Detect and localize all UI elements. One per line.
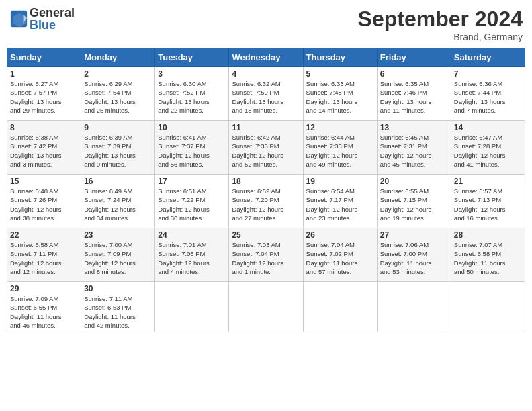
day-number: 14 bbox=[454, 123, 522, 132]
cell-info: Sunrise: 6:58 AM Sunset: 7:11 PM Dayligh… bbox=[10, 240, 78, 276]
calendar-cell: 15Sunrise: 6:48 AM Sunset: 7:26 PM Dayli… bbox=[7, 175, 81, 228]
day-number: 18 bbox=[232, 177, 300, 186]
day-number: 1 bbox=[10, 69, 78, 79]
day-number: 6 bbox=[380, 69, 448, 79]
calendar-cell: 4Sunrise: 6:32 AM Sunset: 7:50 PM Daylig… bbox=[229, 67, 303, 121]
title-block: September 2024 Brand, Germany bbox=[358, 7, 523, 42]
day-number: 19 bbox=[306, 177, 374, 186]
cell-info: Sunrise: 6:42 AM Sunset: 7:35 PM Dayligh… bbox=[232, 133, 300, 169]
calendar-cell: 6Sunrise: 6:35 AM Sunset: 7:46 PM Daylig… bbox=[377, 67, 451, 121]
cell-info: Sunrise: 6:48 AM Sunset: 7:26 PM Dayligh… bbox=[10, 187, 78, 222]
day-header: Saturday bbox=[451, 48, 525, 67]
cell-info: Sunrise: 6:29 AM Sunset: 7:54 PM Dayligh… bbox=[84, 79, 152, 115]
calendar-cell: 13Sunrise: 6:45 AM Sunset: 7:31 PM Dayli… bbox=[377, 121, 451, 175]
calendar-cell: 3Sunrise: 6:30 AM Sunset: 7:52 PM Daylig… bbox=[155, 67, 229, 121]
day-number: 3 bbox=[158, 69, 226, 79]
calendar-cell: 29Sunrise: 7:09 AM Sunset: 6:55 PM Dayli… bbox=[7, 282, 81, 332]
logo-general: General bbox=[30, 7, 75, 19]
day-header: Friday bbox=[377, 48, 451, 67]
cell-info: Sunrise: 6:39 AM Sunset: 7:39 PM Dayligh… bbox=[84, 133, 152, 169]
calendar-cell: 10Sunrise: 6:41 AM Sunset: 7:37 PM Dayli… bbox=[155, 121, 229, 175]
day-number: 17 bbox=[158, 177, 226, 186]
cell-info: Sunrise: 6:45 AM Sunset: 7:31 PM Dayligh… bbox=[380, 133, 448, 169]
cell-info: Sunrise: 7:03 AM Sunset: 7:04 PM Dayligh… bbox=[232, 240, 300, 276]
cell-info: Sunrise: 6:49 AM Sunset: 7:24 PM Dayligh… bbox=[84, 187, 152, 222]
cell-info: Sunrise: 6:51 AM Sunset: 7:22 PM Dayligh… bbox=[158, 187, 226, 222]
calendar-cell: 19Sunrise: 6:54 AM Sunset: 7:17 PM Dayli… bbox=[303, 175, 377, 228]
calendar-cell: 12Sunrise: 6:44 AM Sunset: 7:33 PM Dayli… bbox=[303, 121, 377, 175]
calendar-cell: 22Sunrise: 6:58 AM Sunset: 7:11 PM Dayli… bbox=[7, 228, 81, 282]
day-header: Thursday bbox=[303, 48, 377, 67]
day-number: 10 bbox=[158, 123, 226, 132]
logo-text: General Blue bbox=[30, 7, 75, 31]
cell-info: Sunrise: 7:01 AM Sunset: 7:06 PM Dayligh… bbox=[158, 240, 226, 276]
day-number: 12 bbox=[306, 123, 374, 132]
day-number: 11 bbox=[232, 123, 300, 132]
day-number: 5 bbox=[306, 69, 374, 79]
day-header: Tuesday bbox=[155, 48, 229, 67]
calendar-cell: 20Sunrise: 6:55 AM Sunset: 7:15 PM Dayli… bbox=[377, 175, 451, 228]
calendar-cell: 28Sunrise: 7:07 AM Sunset: 6:58 PM Dayli… bbox=[451, 228, 525, 282]
cell-info: Sunrise: 6:57 AM Sunset: 7:13 PM Dayligh… bbox=[454, 187, 522, 222]
page-header: General Blue September 2024 Brand, Germa… bbox=[7, 7, 525, 42]
day-number: 16 bbox=[84, 177, 152, 186]
day-number: 7 bbox=[454, 69, 522, 79]
cell-info: Sunrise: 6:30 AM Sunset: 7:52 PM Dayligh… bbox=[158, 79, 226, 115]
calendar-cell bbox=[377, 282, 451, 332]
day-header: Sunday bbox=[7, 48, 81, 67]
calendar-cell: 23Sunrise: 7:00 AM Sunset: 7:09 PM Dayli… bbox=[81, 228, 155, 282]
cell-info: Sunrise: 6:52 AM Sunset: 7:20 PM Dayligh… bbox=[232, 187, 300, 222]
cell-info: Sunrise: 7:04 AM Sunset: 7:02 PM Dayligh… bbox=[306, 240, 374, 276]
calendar-cell bbox=[451, 282, 525, 332]
calendar-cell: 24Sunrise: 7:01 AM Sunset: 7:06 PM Dayli… bbox=[155, 228, 229, 282]
day-header: Monday bbox=[81, 48, 155, 67]
calendar-cell: 21Sunrise: 6:57 AM Sunset: 7:13 PM Dayli… bbox=[451, 175, 525, 228]
calendar-cell: 9Sunrise: 6:39 AM Sunset: 7:39 PM Daylig… bbox=[81, 121, 155, 175]
calendar-table: SundayMondayTuesdayWednesdayThursdayFrid… bbox=[7, 48, 525, 332]
calendar-cell: 1Sunrise: 6:27 AM Sunset: 7:57 PM Daylig… bbox=[7, 67, 81, 121]
cell-info: Sunrise: 6:55 AM Sunset: 7:15 PM Dayligh… bbox=[380, 187, 448, 222]
cell-info: Sunrise: 7:07 AM Sunset: 6:58 PM Dayligh… bbox=[454, 240, 522, 276]
day-number: 21 bbox=[454, 177, 522, 186]
cell-info: Sunrise: 6:41 AM Sunset: 7:37 PM Dayligh… bbox=[158, 133, 226, 169]
cell-info: Sunrise: 7:11 AM Sunset: 6:53 PM Dayligh… bbox=[84, 294, 152, 330]
calendar-cell bbox=[303, 282, 377, 332]
day-number: 28 bbox=[454, 230, 522, 240]
day-number: 2 bbox=[84, 69, 152, 79]
day-number: 9 bbox=[84, 123, 152, 132]
cell-info: Sunrise: 6:32 AM Sunset: 7:50 PM Dayligh… bbox=[232, 79, 300, 115]
calendar-cell: 2Sunrise: 6:29 AM Sunset: 7:54 PM Daylig… bbox=[81, 67, 155, 121]
day-number: 30 bbox=[84, 284, 152, 293]
day-number: 20 bbox=[380, 177, 448, 186]
calendar-cell: 26Sunrise: 7:04 AM Sunset: 7:02 PM Dayli… bbox=[303, 228, 377, 282]
day-number: 13 bbox=[380, 123, 448, 132]
calendar-cell: 7Sunrise: 6:36 AM Sunset: 7:44 PM Daylig… bbox=[451, 67, 525, 121]
calendar-cell: 25Sunrise: 7:03 AM Sunset: 7:04 PM Dayli… bbox=[229, 228, 303, 282]
cell-info: Sunrise: 7:09 AM Sunset: 6:55 PM Dayligh… bbox=[10, 294, 78, 330]
cell-info: Sunrise: 6:36 AM Sunset: 7:44 PM Dayligh… bbox=[454, 79, 522, 115]
calendar-cell: 11Sunrise: 6:42 AM Sunset: 7:35 PM Dayli… bbox=[229, 121, 303, 175]
cell-info: Sunrise: 6:54 AM Sunset: 7:17 PM Dayligh… bbox=[306, 187, 374, 222]
day-number: 26 bbox=[306, 230, 374, 240]
location: Brand, Germany bbox=[358, 32, 523, 42]
day-number: 25 bbox=[232, 230, 300, 240]
month-title: September 2024 bbox=[358, 7, 523, 32]
day-number: 4 bbox=[232, 69, 300, 79]
logo: General Blue bbox=[9, 7, 75, 31]
logo-blue: Blue bbox=[30, 19, 75, 31]
cell-info: Sunrise: 6:38 AM Sunset: 7:42 PM Dayligh… bbox=[10, 133, 78, 169]
calendar-cell: 30Sunrise: 7:11 AM Sunset: 6:53 PM Dayli… bbox=[81, 282, 155, 332]
calendar-cell: 27Sunrise: 7:06 AM Sunset: 7:00 PM Dayli… bbox=[377, 228, 451, 282]
day-number: 27 bbox=[380, 230, 448, 240]
calendar-cell: 16Sunrise: 6:49 AM Sunset: 7:24 PM Dayli… bbox=[81, 175, 155, 228]
day-number: 29 bbox=[10, 284, 78, 293]
calendar-cell: 14Sunrise: 6:47 AM Sunset: 7:28 PM Dayli… bbox=[451, 121, 525, 175]
day-number: 23 bbox=[84, 230, 152, 240]
day-header: Wednesday bbox=[229, 48, 303, 67]
calendar-cell: 18Sunrise: 6:52 AM Sunset: 7:20 PM Dayli… bbox=[229, 175, 303, 228]
day-number: 22 bbox=[10, 230, 78, 240]
calendar-cell: 17Sunrise: 6:51 AM Sunset: 7:22 PM Dayli… bbox=[155, 175, 229, 228]
day-number: 24 bbox=[158, 230, 226, 240]
calendar-cell bbox=[229, 282, 303, 332]
cell-info: Sunrise: 7:00 AM Sunset: 7:09 PM Dayligh… bbox=[84, 240, 152, 276]
